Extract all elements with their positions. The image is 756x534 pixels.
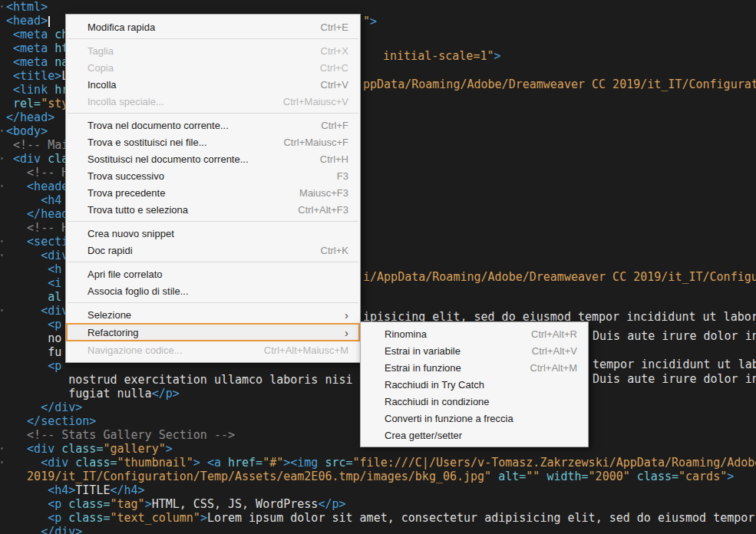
code-fragment: tempor incididunt ut labor <box>593 358 756 371</box>
code-fold-arrow-icon[interactable]: ▾ <box>0 442 6 456</box>
code-token: <title> <box>6 69 61 83</box>
code-fragment: Duis aute irure dolor in <box>593 372 756 386</box>
code-token: src= <box>318 456 352 470</box>
code-fold-arrow-icon[interactable]: ▾ <box>0 124 6 138</box>
menu-item-label: Crea nuovo snippet <box>87 228 348 239</box>
code-token: "gallery" <box>103 442 165 456</box>
code-line: ▾ <div class="thumbnail"> <a href="#"><i… <box>6 456 756 470</box>
code-token: nostrud exercitation ullamco laboris nis… <box>6 373 374 387</box>
code-token: "thumbnail" <box>117 456 193 470</box>
menu-item-label: Trova successivo <box>87 170 319 182</box>
code-token: </h4> <box>110 483 144 497</box>
menu-item-label: Sostituisci nel documento corrente... <box>87 153 302 165</box>
code-token: rel= <box>6 97 41 110</box>
context-menu-item-selezione[interactable]: Selezione› <box>66 306 360 323</box>
context-menu-item-modifica-rapida[interactable]: Modifica rapidaCtrl+E <box>66 18 360 35</box>
menu-item-shortcut: Ctrl+Alt+F3 <box>298 204 348 216</box>
context-menu-item-trova-tutto-e-seleziona[interactable]: Trova tutto e selezionaCtrl+Alt+F3 <box>66 201 360 218</box>
context-menu-item-doc-rapidi[interactable]: Doc rapidiCtrl+K <box>66 242 360 259</box>
code-line: <h4>TITLE</h4> <box>6 483 756 497</box>
context-menu-item-sostituisci-nel-documento-corrente[interactable]: Sostituisci nel documento corrente...Ctr… <box>66 150 360 167</box>
menu-item-label: Rinomina <box>385 328 513 340</box>
refactoring-submenu-item-estrai-in-variabile[interactable]: Estrai in variabileCtrl+Alt+V <box>361 342 588 359</box>
menu-item-shortcut: Ctrl+K <box>321 245 348 256</box>
context-menu-item-trova-successivo[interactable]: Trova successivoF3 <box>66 167 360 184</box>
code-token: HTML, CSS, JS, WordPress <box>152 497 319 511</box>
code-fold-arrow-icon[interactable]: ▾ <box>0 304 6 318</box>
code-fold-arrow-icon[interactable]: ▾ <box>0 0 6 14</box>
code-token: href= <box>221 456 262 470</box>
refactoring-submenu-item-racchiudi-in-try-catch[interactable]: Racchiudi in Try Catch <box>361 376 588 393</box>
code-token: </p> <box>318 497 345 511</box>
code-token: <html> <box>6 0 48 14</box>
code-line: </div> <box>6 525 756 534</box>
code-token: <meta <box>6 55 48 69</box>
code-fold-arrow-icon[interactable]: ▾ <box>0 456 6 470</box>
code-token: no <box>6 331 61 345</box>
code-fragment: "> <box>363 15 377 28</box>
context-menu-item-refactoring[interactable]: Refactoring› <box>66 323 360 341</box>
menu-item-shortcut: Ctrl+Alt+R <box>531 328 577 340</box>
code-token: > <box>145 497 152 511</box>
context-menu-item-trova-nel-documento-corrente[interactable]: Trova nel documento corrente...Ctrl+F <box>66 117 360 134</box>
context-menu: Modifica rapidaCtrl+ETagliaCtrl+XCopiaCt… <box>65 14 361 363</box>
menu-item-label: Refactoring <box>87 327 335 338</box>
menu-item-shortcut: Ctrl+V <box>321 79 348 91</box>
code-line: ▾<html> <box>6 0 756 14</box>
refactoring-submenu-item-estrai-in-funzione[interactable]: Estrai in funzioneCtrl+Alt+M <box>361 359 588 376</box>
code-token: </div> <box>6 400 82 414</box>
app-window: { "colors": { "editor_bg": "#1c1c1c", "t… <box>0 0 756 534</box>
code-fold-arrow-icon[interactable]: ▾ <box>0 235 6 249</box>
code-token: <!-- H <box>6 221 68 235</box>
refactoring-submenu-item-rinomina[interactable]: RinominaCtrl+Alt+R <box>361 325 588 342</box>
context-menu-item-taglia[interactable]: TagliaCtrl+X <box>66 42 360 59</box>
menu-item-label: Incolla speciale... <box>87 96 265 107</box>
code-token: <div <box>6 456 68 470</box>
menu-item-shortcut: F3 <box>337 170 348 182</box>
code-token: class= <box>630 470 678 483</box>
context-menu-item-incolla[interactable]: IncollaCtrl+V <box>66 76 360 93</box>
menu-item-label: Apri file correlato <box>87 269 348 280</box>
context-menu-item-crea-nuovo-snippet[interactable]: Crea nuovo snippet <box>66 225 360 242</box>
code-token: ><img <box>283 456 318 470</box>
code-token: "sty <box>41 97 68 110</box>
code-token: <head> <box>6 14 48 28</box>
menu-item-shortcut: Ctrl+H <box>320 153 348 165</box>
refactoring-submenu-item-racchiudi-in-condizione[interactable]: Racchiudi in condizione <box>361 393 588 410</box>
context-menu-item-associa-foglio-di-stile[interactable]: Associa foglio di stile... <box>66 282 360 299</box>
code-token: "2000" <box>589 470 630 483</box>
code-token: TITLE <box>75 483 110 497</box>
context-menu-item-navigazione-codice[interactable]: Navigazione codice...Ctrl+Alt+Maiusc+M <box>66 341 360 358</box>
code-token: "#" <box>262 456 283 470</box>
context-menu-item-apri-file-correlato[interactable]: Apri file correlato <box>66 265 360 282</box>
code-token: > <box>727 470 734 483</box>
code-line: <p class="text_column">Lorem ipsum dolor… <box>6 511 756 525</box>
code-fragment: i/AppData/Roaming/Adobe/Dreamweaver CC 2… <box>363 270 756 284</box>
code-fold-arrow-icon[interactable]: ▾ <box>0 180 6 193</box>
context-menu-item-incolla-speciale[interactable]: Incolla speciale...Ctrl+Maiusc+V <box>66 93 360 110</box>
code-token: "tag" <box>110 497 144 511</box>
code-fragment: Duis aute irure dolor in <box>593 329 756 343</box>
code-fold-arrow-icon[interactable]: ▾ <box>0 249 6 262</box>
code-token: Duis aute irure dolor in <box>593 329 756 343</box>
menu-item-label: Estrai in funzione <box>385 362 512 374</box>
code-fold-arrow-icon[interactable]: ▾ <box>0 152 6 166</box>
code-token: tempor incididunt ut labor <box>593 358 756 371</box>
code-token: fugiat nulla <box>6 387 152 400</box>
code-token: > <box>494 49 501 63</box>
refactoring-submenu-item-crea-getter-setter[interactable]: Crea getter/setter <box>361 427 588 443</box>
code-token: Duis aute irure dolor in <box>593 372 756 386</box>
context-menu-item-trova-precedente[interactable]: Trova precedenteMaiusc+F3 <box>66 184 360 201</box>
code-token: <a <box>200 456 221 470</box>
code-token: <meta <box>6 28 48 41</box>
code-fragment: ppData/Roaming/Adobe/Dreamweaver CC 2019… <box>363 77 756 91</box>
menu-item-label: Trova nel documento corrente... <box>87 120 302 131</box>
code-token: "cards" <box>678 470 727 483</box>
menu-separator <box>68 302 358 303</box>
menu-item-shortcut: Ctrl+Alt+V <box>532 345 577 357</box>
code-token: Lorem ipsum dolor sit amet, consectetur … <box>207 511 754 525</box>
refactoring-submenu-item-converti-in-funzione-a-freccia[interactable]: Converti in funzione a freccia <box>361 410 588 427</box>
code-token: <!-- H <box>6 166 68 180</box>
context-menu-item-copia[interactable]: CopiaCtrl+C <box>66 59 360 76</box>
context-menu-item-trova-e-sostituisci-nei-file[interactable]: Trova e sostituisci nei file...Ctrl+Maiu… <box>66 134 360 150</box>
